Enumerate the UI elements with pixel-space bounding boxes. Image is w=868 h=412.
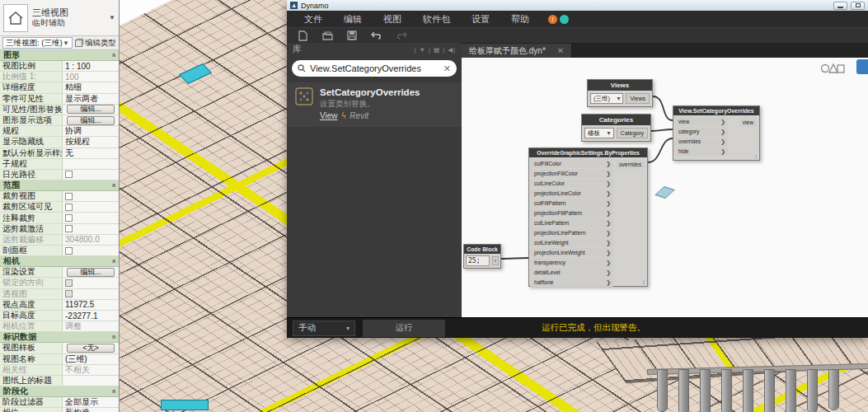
minimize-button[interactable] xyxy=(833,2,847,10)
save-icon[interactable] xyxy=(346,30,358,41)
property-checkbox[interactable] xyxy=(65,171,73,178)
section-header[interactable]: 阶段化» xyxy=(0,386,119,397)
input-port-projectionLineColor[interactable]: projectionLineColor❯ xyxy=(531,189,613,198)
preview-mode-icon[interactable] xyxy=(856,59,868,74)
property-value[interactable]: 全部显示 xyxy=(63,397,119,407)
undo-icon[interactable] xyxy=(371,30,382,41)
property-value[interactable] xyxy=(63,224,119,234)
property-value[interactable]: 304800.0 xyxy=(63,235,119,245)
input-port-projectionLinePattern[interactable]: projectionLinePattern❯ xyxy=(531,228,613,237)
node-views[interactable]: Views (三维)▾ Views xyxy=(587,79,653,107)
property-value[interactable]: 1 : 100 xyxy=(63,61,119,71)
maximize-button[interactable] xyxy=(851,2,865,10)
node-categories[interactable]: Categories 楼板▾ Category xyxy=(581,114,651,142)
menu-5[interactable]: 帮助 xyxy=(500,13,540,26)
menu-3[interactable]: 软件包 xyxy=(412,13,461,26)
input-port-halftone[interactable]: halftone❯ xyxy=(531,278,613,287)
new-file-icon[interactable] xyxy=(297,30,308,41)
property-edit-button[interactable]: 编辑... xyxy=(67,116,114,125)
section-header[interactable]: 标识数据» xyxy=(0,332,119,343)
property-checkbox[interactable] xyxy=(65,193,73,200)
geometry-shapes-icon[interactable] xyxy=(820,61,845,74)
clear-search-icon[interactable]: ✕ xyxy=(443,63,451,74)
property-value[interactable] xyxy=(63,246,119,255)
code-block-input[interactable]: 25; xyxy=(466,255,490,266)
node-set-category-overrides[interactable]: View.SetCategoryOverrides view❯category❯… xyxy=(673,105,760,161)
open-file-icon[interactable] xyxy=(321,30,333,41)
input-port-transparency[interactable]: transparency❯ xyxy=(531,258,613,267)
menu-4[interactable]: 设置 xyxy=(461,13,500,26)
property-value[interactable]: -23277.1 xyxy=(63,311,119,321)
overrides-output-port[interactable]: overrides xyxy=(616,160,645,169)
input-port-projectionFillPattern[interactable]: projectionFillPattern❯ xyxy=(531,208,613,218)
input-port-hide[interactable]: hide❯ xyxy=(675,147,728,156)
edit-type-button[interactable]: 编辑类型 xyxy=(85,38,116,49)
input-port-view[interactable]: view❯ xyxy=(675,117,728,126)
property-checkbox[interactable] xyxy=(65,225,73,232)
search-input[interactable] xyxy=(310,63,439,73)
input-port-overrides[interactable]: overrides❯ xyxy=(675,137,728,146)
run-button[interactable]: 运行 xyxy=(363,320,445,337)
section-header[interactable]: 相机» xyxy=(0,256,119,267)
property-value[interactable] xyxy=(63,202,119,212)
categories-dropdown[interactable]: 楼板▾ xyxy=(584,128,614,138)
redo-icon[interactable] xyxy=(396,30,407,41)
property-checkbox[interactable] xyxy=(65,247,73,255)
node-code-block[interactable]: Code Block 25; › xyxy=(463,244,501,269)
library-search-box[interactable]: ✕ xyxy=(292,60,457,77)
workspace-tab[interactable]: 给板厚赋予颜色.dyn* ✕ xyxy=(462,44,572,58)
property-value[interactable]: 精细 xyxy=(63,82,119,92)
library-search-result[interactable]: SetCategoryOverrides 设置类别替换。 View ϟ Revi… xyxy=(287,82,462,127)
views-output-port[interactable]: Views xyxy=(626,93,650,104)
menu-0[interactable]: 文件 xyxy=(293,13,333,26)
notification-warning-icon[interactable]: ! xyxy=(548,15,557,24)
input-port-cutFillColor[interactable]: cutFillColor❯ xyxy=(531,159,613,168)
views-dropdown[interactable]: (三维)▾ xyxy=(590,93,623,104)
input-port-category[interactable]: category❯ xyxy=(675,127,728,136)
type-dropdown-arrow-icon[interactable]: ▼ xyxy=(109,14,115,21)
property-value[interactable] xyxy=(63,278,119,288)
property-edit-button[interactable]: <无> xyxy=(67,344,114,353)
property-value[interactable]: (三维) xyxy=(63,354,119,364)
input-port-projectionFillColor[interactable]: projectionFillColor❯ xyxy=(531,169,613,178)
property-checkbox[interactable] xyxy=(65,279,73,287)
property-value[interactable] xyxy=(63,159,119,169)
property-edit-button[interactable]: 编辑... xyxy=(67,105,114,114)
property-value[interactable]: 协调 xyxy=(63,126,119,136)
property-checkbox[interactable] xyxy=(65,290,73,297)
property-value[interactable] xyxy=(63,191,119,201)
view-instance-select[interactable]: 三维视图: (三维) ▼ xyxy=(2,37,73,49)
categories-output-port[interactable]: Category xyxy=(617,128,648,138)
code-output-port[interactable]: › xyxy=(492,256,499,265)
input-port-cutLineColor[interactable]: cutLineColor❯ xyxy=(531,179,613,188)
input-port-detailLevel[interactable]: detailLevel❯ xyxy=(531,268,613,277)
property-value[interactable] xyxy=(63,170,119,180)
menu-2[interactable]: 视图 xyxy=(373,13,412,26)
property-value[interactable]: 编辑... xyxy=(63,115,119,125)
property-value[interactable]: 新构造 xyxy=(63,408,119,412)
result-category-link[interactable]: View xyxy=(320,111,338,120)
input-port-projectionLineWeight[interactable]: projectionLineWeight❯ xyxy=(531,248,613,257)
dynamo-titlebar[interactable]: Dynamo xyxy=(287,0,868,11)
property-value[interactable] xyxy=(63,376,119,386)
property-value[interactable]: 无 xyxy=(63,148,119,158)
menu-1[interactable]: 编辑 xyxy=(333,13,373,26)
property-value[interactable]: 显示两者 xyxy=(63,94,119,104)
property-value[interactable] xyxy=(63,289,119,299)
property-value[interactable] xyxy=(63,213,119,222)
property-value[interactable]: 100 xyxy=(63,72,119,82)
run-mode-select[interactable]: 手动 ▾ xyxy=(293,321,355,336)
tab-close-icon[interactable]: ✕ xyxy=(557,46,564,55)
input-port-cutLineWeight[interactable]: cutLineWeight❯ xyxy=(531,238,613,247)
section-header[interactable]: 图形» xyxy=(0,50,119,61)
status-ok-icon[interactable] xyxy=(560,15,569,24)
property-value[interactable]: 调整 xyxy=(63,321,119,331)
input-port-cutFillPattern[interactable]: cutFillPattern❯ xyxy=(531,199,613,208)
collapse-panel-icon[interactable]: | ◀| xyxy=(443,46,456,54)
property-value[interactable]: 11972.5 xyxy=(63,300,119,310)
view-output-port[interactable]: view xyxy=(739,118,757,127)
node-override-graphic-settings[interactable]: OverrideGraphicSettings.ByProperties cut… xyxy=(528,147,648,287)
filter-icon[interactable]: | ▼ xyxy=(415,46,429,54)
property-value[interactable]: 编辑... xyxy=(63,105,119,115)
property-value[interactable]: 不相关 xyxy=(63,365,119,375)
